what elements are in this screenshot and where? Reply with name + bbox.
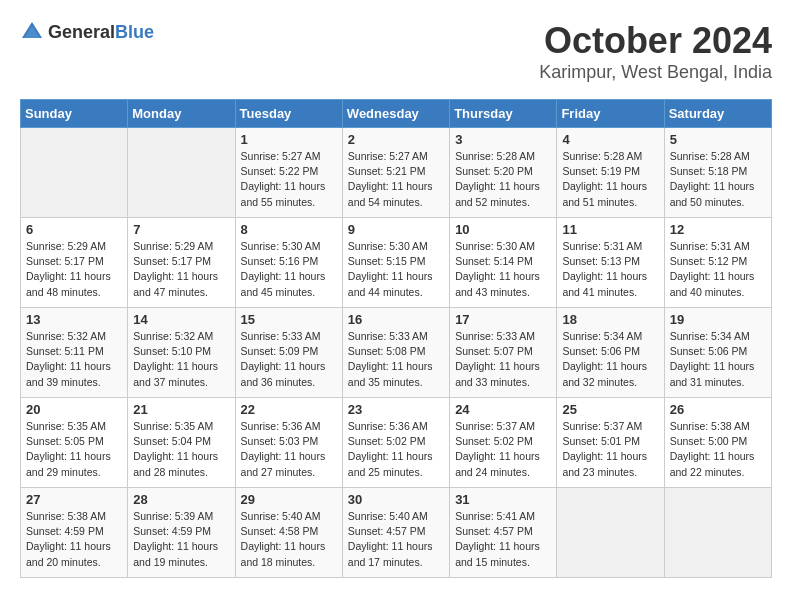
day-number: 12 bbox=[670, 222, 766, 237]
header-cell-friday: Friday bbox=[557, 100, 664, 128]
day-number: 30 bbox=[348, 492, 444, 507]
header-row: SundayMondayTuesdayWednesdayThursdayFrid… bbox=[21, 100, 772, 128]
day-number: 9 bbox=[348, 222, 444, 237]
day-info: Sunrise: 5:32 AM Sunset: 5:10 PM Dayligh… bbox=[133, 329, 229, 390]
calendar-cell: 27Sunrise: 5:38 AM Sunset: 4:59 PM Dayli… bbox=[21, 488, 128, 578]
calendar-week-4: 20Sunrise: 5:35 AM Sunset: 5:05 PM Dayli… bbox=[21, 398, 772, 488]
calendar-header: SundayMondayTuesdayWednesdayThursdayFrid… bbox=[21, 100, 772, 128]
header-cell-monday: Monday bbox=[128, 100, 235, 128]
calendar-cell: 4Sunrise: 5:28 AM Sunset: 5:19 PM Daylig… bbox=[557, 128, 664, 218]
day-info: Sunrise: 5:31 AM Sunset: 5:12 PM Dayligh… bbox=[670, 239, 766, 300]
day-number: 28 bbox=[133, 492, 229, 507]
header-cell-wednesday: Wednesday bbox=[342, 100, 449, 128]
day-info: Sunrise: 5:29 AM Sunset: 5:17 PM Dayligh… bbox=[26, 239, 122, 300]
page-header: GeneralBlue October 2024 Karimpur, West … bbox=[20, 20, 772, 83]
calendar-week-2: 6Sunrise: 5:29 AM Sunset: 5:17 PM Daylig… bbox=[21, 218, 772, 308]
day-number: 14 bbox=[133, 312, 229, 327]
calendar-cell bbox=[21, 128, 128, 218]
calendar-cell: 15Sunrise: 5:33 AM Sunset: 5:09 PM Dayli… bbox=[235, 308, 342, 398]
calendar-cell: 19Sunrise: 5:34 AM Sunset: 5:06 PM Dayli… bbox=[664, 308, 771, 398]
day-info: Sunrise: 5:29 AM Sunset: 5:17 PM Dayligh… bbox=[133, 239, 229, 300]
header-cell-tuesday: Tuesday bbox=[235, 100, 342, 128]
calendar-cell: 9Sunrise: 5:30 AM Sunset: 5:15 PM Daylig… bbox=[342, 218, 449, 308]
day-number: 31 bbox=[455, 492, 551, 507]
calendar-cell: 21Sunrise: 5:35 AM Sunset: 5:04 PM Dayli… bbox=[128, 398, 235, 488]
calendar-cell: 12Sunrise: 5:31 AM Sunset: 5:12 PM Dayli… bbox=[664, 218, 771, 308]
day-number: 16 bbox=[348, 312, 444, 327]
logo: GeneralBlue bbox=[20, 20, 154, 44]
day-info: Sunrise: 5:31 AM Sunset: 5:13 PM Dayligh… bbox=[562, 239, 658, 300]
calendar-cell: 29Sunrise: 5:40 AM Sunset: 4:58 PM Dayli… bbox=[235, 488, 342, 578]
day-info: Sunrise: 5:38 AM Sunset: 5:00 PM Dayligh… bbox=[670, 419, 766, 480]
day-number: 25 bbox=[562, 402, 658, 417]
calendar-cell: 11Sunrise: 5:31 AM Sunset: 5:13 PM Dayli… bbox=[557, 218, 664, 308]
calendar-cell bbox=[557, 488, 664, 578]
calendar-cell: 24Sunrise: 5:37 AM Sunset: 5:02 PM Dayli… bbox=[450, 398, 557, 488]
title-section: October 2024 Karimpur, West Bengal, Indi… bbox=[539, 20, 772, 83]
day-number: 1 bbox=[241, 132, 337, 147]
calendar-cell: 18Sunrise: 5:34 AM Sunset: 5:06 PM Dayli… bbox=[557, 308, 664, 398]
day-info: Sunrise: 5:35 AM Sunset: 5:04 PM Dayligh… bbox=[133, 419, 229, 480]
day-number: 6 bbox=[26, 222, 122, 237]
calendar-cell: 30Sunrise: 5:40 AM Sunset: 4:57 PM Dayli… bbox=[342, 488, 449, 578]
day-info: Sunrise: 5:33 AM Sunset: 5:08 PM Dayligh… bbox=[348, 329, 444, 390]
day-number: 18 bbox=[562, 312, 658, 327]
calendar-cell: 14Sunrise: 5:32 AM Sunset: 5:10 PM Dayli… bbox=[128, 308, 235, 398]
calendar-cell: 3Sunrise: 5:28 AM Sunset: 5:20 PM Daylig… bbox=[450, 128, 557, 218]
calendar-week-1: 1Sunrise: 5:27 AM Sunset: 5:22 PM Daylig… bbox=[21, 128, 772, 218]
day-number: 22 bbox=[241, 402, 337, 417]
calendar-cell: 22Sunrise: 5:36 AM Sunset: 5:03 PM Dayli… bbox=[235, 398, 342, 488]
calendar-cell: 8Sunrise: 5:30 AM Sunset: 5:16 PM Daylig… bbox=[235, 218, 342, 308]
day-info: Sunrise: 5:30 AM Sunset: 5:16 PM Dayligh… bbox=[241, 239, 337, 300]
day-number: 3 bbox=[455, 132, 551, 147]
day-number: 20 bbox=[26, 402, 122, 417]
day-number: 2 bbox=[348, 132, 444, 147]
logo-icon bbox=[20, 20, 44, 44]
calendar-week-3: 13Sunrise: 5:32 AM Sunset: 5:11 PM Dayli… bbox=[21, 308, 772, 398]
day-number: 15 bbox=[241, 312, 337, 327]
day-info: Sunrise: 5:39 AM Sunset: 4:59 PM Dayligh… bbox=[133, 509, 229, 570]
day-number: 27 bbox=[26, 492, 122, 507]
day-info: Sunrise: 5:40 AM Sunset: 4:58 PM Dayligh… bbox=[241, 509, 337, 570]
calendar-cell: 26Sunrise: 5:38 AM Sunset: 5:00 PM Dayli… bbox=[664, 398, 771, 488]
calendar-body: 1Sunrise: 5:27 AM Sunset: 5:22 PM Daylig… bbox=[21, 128, 772, 578]
calendar-cell: 6Sunrise: 5:29 AM Sunset: 5:17 PM Daylig… bbox=[21, 218, 128, 308]
day-info: Sunrise: 5:30 AM Sunset: 5:14 PM Dayligh… bbox=[455, 239, 551, 300]
day-number: 23 bbox=[348, 402, 444, 417]
day-info: Sunrise: 5:34 AM Sunset: 5:06 PM Dayligh… bbox=[670, 329, 766, 390]
calendar-cell: 23Sunrise: 5:36 AM Sunset: 5:02 PM Dayli… bbox=[342, 398, 449, 488]
calendar-week-5: 27Sunrise: 5:38 AM Sunset: 4:59 PM Dayli… bbox=[21, 488, 772, 578]
calendar-cell bbox=[128, 128, 235, 218]
calendar-cell bbox=[664, 488, 771, 578]
day-info: Sunrise: 5:38 AM Sunset: 4:59 PM Dayligh… bbox=[26, 509, 122, 570]
calendar-cell: 31Sunrise: 5:41 AM Sunset: 4:57 PM Dayli… bbox=[450, 488, 557, 578]
calendar-cell: 7Sunrise: 5:29 AM Sunset: 5:17 PM Daylig… bbox=[128, 218, 235, 308]
calendar-cell: 10Sunrise: 5:30 AM Sunset: 5:14 PM Dayli… bbox=[450, 218, 557, 308]
header-cell-thursday: Thursday bbox=[450, 100, 557, 128]
day-info: Sunrise: 5:32 AM Sunset: 5:11 PM Dayligh… bbox=[26, 329, 122, 390]
day-info: Sunrise: 5:28 AM Sunset: 5:19 PM Dayligh… bbox=[562, 149, 658, 210]
day-number: 21 bbox=[133, 402, 229, 417]
day-info: Sunrise: 5:33 AM Sunset: 5:09 PM Dayligh… bbox=[241, 329, 337, 390]
day-number: 5 bbox=[670, 132, 766, 147]
day-number: 4 bbox=[562, 132, 658, 147]
month-title: October 2024 bbox=[539, 20, 772, 62]
header-cell-sunday: Sunday bbox=[21, 100, 128, 128]
day-info: Sunrise: 5:27 AM Sunset: 5:22 PM Dayligh… bbox=[241, 149, 337, 210]
day-number: 11 bbox=[562, 222, 658, 237]
day-info: Sunrise: 5:36 AM Sunset: 5:03 PM Dayligh… bbox=[241, 419, 337, 480]
day-number: 29 bbox=[241, 492, 337, 507]
day-info: Sunrise: 5:34 AM Sunset: 5:06 PM Dayligh… bbox=[562, 329, 658, 390]
day-number: 10 bbox=[455, 222, 551, 237]
day-info: Sunrise: 5:36 AM Sunset: 5:02 PM Dayligh… bbox=[348, 419, 444, 480]
calendar-cell: 25Sunrise: 5:37 AM Sunset: 5:01 PM Dayli… bbox=[557, 398, 664, 488]
day-info: Sunrise: 5:35 AM Sunset: 5:05 PM Dayligh… bbox=[26, 419, 122, 480]
day-info: Sunrise: 5:37 AM Sunset: 5:02 PM Dayligh… bbox=[455, 419, 551, 480]
calendar-table: SundayMondayTuesdayWednesdayThursdayFrid… bbox=[20, 99, 772, 578]
day-info: Sunrise: 5:33 AM Sunset: 5:07 PM Dayligh… bbox=[455, 329, 551, 390]
day-number: 13 bbox=[26, 312, 122, 327]
day-info: Sunrise: 5:37 AM Sunset: 5:01 PM Dayligh… bbox=[562, 419, 658, 480]
day-info: Sunrise: 5:30 AM Sunset: 5:15 PM Dayligh… bbox=[348, 239, 444, 300]
calendar-cell: 1Sunrise: 5:27 AM Sunset: 5:22 PM Daylig… bbox=[235, 128, 342, 218]
day-info: Sunrise: 5:28 AM Sunset: 5:20 PM Dayligh… bbox=[455, 149, 551, 210]
